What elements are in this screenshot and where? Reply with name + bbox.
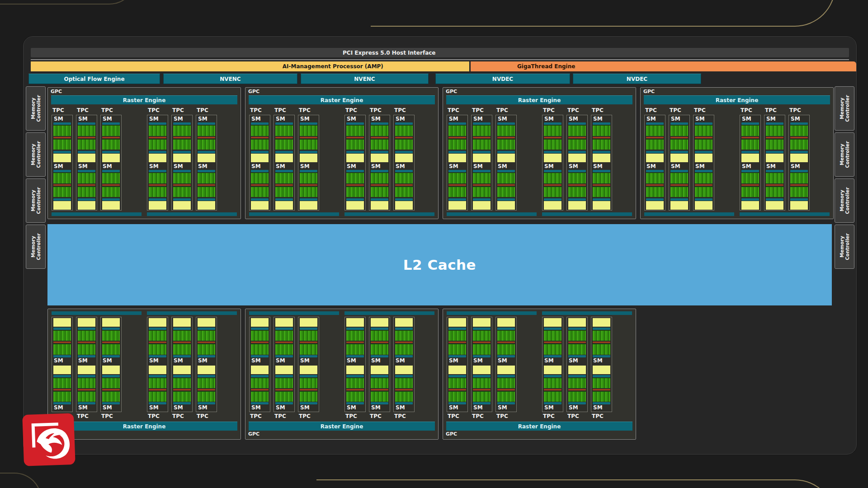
tpc-label: TPC [345,107,366,114]
sm-core-grid [300,378,317,388]
raster-engine-bar: Raster Engine [51,95,237,104]
sm-unit: SM [496,317,516,365]
sm-core-grid [149,344,166,354]
sm-divider-strip [395,137,413,138]
sm-cache-strip [173,151,191,153]
sm-core-grid [593,330,610,341]
sm-core-grid [275,378,293,388]
sm-core-grid [395,125,413,136]
sm-core-grid [300,391,317,402]
sm-register-block [173,366,191,374]
sm-unit: SM [345,115,365,163]
sm-label: SM [54,357,71,364]
sm-divider-strip [371,184,388,186]
sm-core-grid [102,187,120,197]
sm-divider-strip [346,137,364,138]
sm-unit: SM [298,317,319,365]
tpc-group: TPCSMSMTPCSMSMTPCSMSM [249,107,339,216]
sm-cache-strip [448,198,466,201]
sm-unit: SM [172,115,192,163]
tpc-label: TPC [101,107,122,114]
sm-divider-strip [371,137,388,138]
sm-label: SM [78,357,95,364]
sm-unit: SM [274,115,294,163]
sm-register-block [53,154,71,162]
tpc-sm-box: SMSM [764,115,785,211]
sm-cache-strip [346,122,364,125]
sm-unit: SM [274,163,294,210]
sm-label: SM [473,163,491,170]
sm-core-grid [473,344,491,354]
tpc-label: TPC [197,413,217,420]
sm-label: SM [593,357,610,364]
sm-label: SM [593,116,610,122]
sm-cache-strip [670,198,688,201]
sm-cache-strip [646,151,664,153]
l2-cache-block: L2 Cache [47,224,832,305]
screenshot-stage: PCI Express 5.0 Host Interface AI-Manage… [0,0,868,488]
sm-register-block [568,318,586,327]
sm-divider-strip [300,184,317,186]
tpc-label: TPC [448,413,468,420]
tpc-group: SMSMTPCSMSMTPCSMSMTPC [249,311,339,420]
sm-core-grid [371,173,388,183]
tpc-label: TPC [394,107,415,114]
memory-controller-label: Memory Controller [839,233,850,260]
sm-core-grid [198,187,215,197]
gpc-block: GPCRaster EngineTPCSMSMTPCSMSMTPCSMSMTPC… [640,87,834,219]
tpc-label: TPC [789,107,810,114]
sm-register-block [473,318,491,327]
sm-cache-strip [695,151,712,153]
sm-core-grid [741,139,759,150]
sm-divider-strip [593,184,610,186]
tpc-label: TPC [345,413,366,420]
sm-label: SM [791,163,808,170]
sm-core-grid [448,330,466,341]
sm-divider-strip [78,342,95,343]
sm-cache-strip [790,198,808,201]
tpc-group: TPCSMSMTPCSMSMTPCSMSM [740,107,830,216]
tpc-column: TPCSMSM [171,107,193,211]
sm-cache-strip [741,170,759,172]
sm-core-grid [251,139,269,150]
sm-register-block [275,154,293,162]
sm-core-grid [497,378,515,388]
sm-register-block [346,201,364,210]
sm-label: SM [300,116,317,122]
sm-label: SM [544,116,561,122]
sm-unit: SM [542,115,563,163]
tpc-column: TPCSMSM [788,107,810,211]
sm-core-grid [173,330,191,341]
sm-label: SM [695,116,712,122]
sm-divider-strip [371,342,388,343]
tpc-group-bar [52,212,142,216]
tpc-group: TPCSMSMTPCSMSMTPCSMSM [447,107,537,216]
sm-unit: SM [591,163,612,210]
tpc-sm-box: SMSM [76,115,97,211]
sm-unit: SM [447,163,467,210]
sm-cache-strip [497,170,515,172]
sm-core-grid [646,125,664,136]
tpc-sm-box: SMSM [344,317,366,412]
tpc-groups-container: TPCSMSMTPCSMSMTPCSMSMTPCSMSMTPCSMSMTPCSM… [48,104,241,219]
sm-core-grid [497,173,515,183]
sm-divider-strip [473,137,491,138]
sm-cache-strip [102,122,120,125]
gpc-label: GPC [51,431,241,438]
tpc-column: SMSMTPC [591,317,612,420]
sm-label: SM [544,163,561,170]
sm-unit: SM [764,163,785,210]
tpc-column: TPCSMSM [447,107,468,211]
sm-core-grid [300,173,317,183]
sm-core-grid [102,125,120,136]
sm-cache-strip [198,198,215,201]
sm-cache-strip [695,198,712,201]
sm-core-grid [198,378,215,388]
sm-register-block [395,366,413,374]
sm-divider-strip [300,137,317,138]
tpc-label: TPC [448,107,468,114]
sm-unit: SM [645,163,665,210]
sm-core-grid [544,187,561,197]
tpc-sm-box: SMSM [249,115,270,211]
sm-cache-strip [646,122,664,125]
